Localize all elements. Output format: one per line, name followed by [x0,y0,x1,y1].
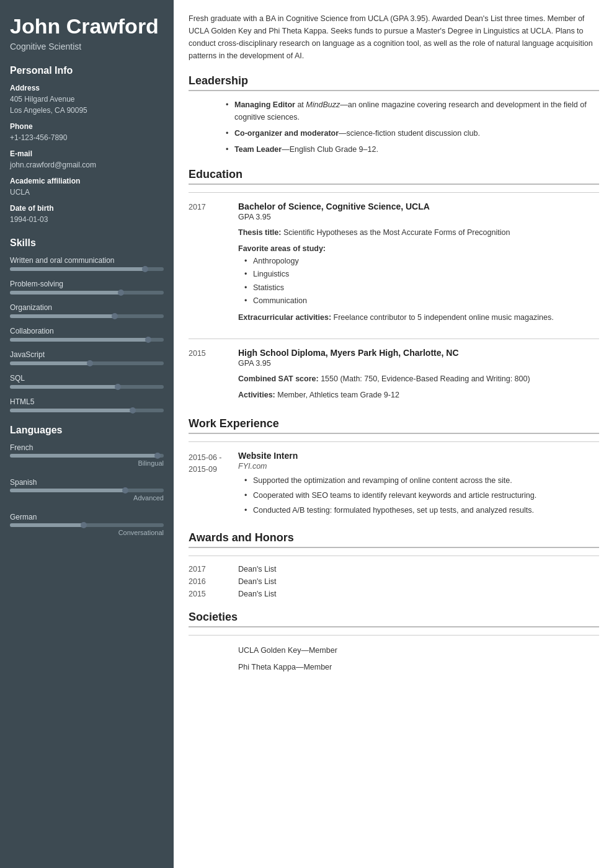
leadership-bold: Team Leader [234,145,282,154]
lang-name: German [10,513,164,521]
lang-spanish: Spanish Advanced [10,478,164,502]
lang-french: French Bilingual [10,443,164,467]
lang-bar-fill [10,523,84,527]
award-name: Dean's List [238,590,276,598]
edu-areas: Favorite areas of study: Anthropology Li… [238,242,599,308]
edu-degree: Bachelor of Science, Cognitive Science, … [238,202,599,211]
skill-written-oral: Written and oral communication [10,256,164,271]
skill-bar-fill [10,385,118,389]
edu-entry-2015: 2015 High School Diploma, Myers Park Hig… [189,348,599,405]
edu-thesis: Thesis title: Scientific Hypotheses as t… [238,226,599,239]
leadership-bold: Managing Editor [234,100,295,109]
award-name: Dean's List [238,577,276,586]
skill-bar-bg [10,314,164,318]
skill-sql: SQL [10,374,164,389]
skill-problem-solving: Problem-solving [10,280,164,294]
list-item: Cooperated with SEO teams to identify re… [244,489,599,502]
leadership-bold: Co-organizer and moderator [234,129,339,138]
skill-bar-bg [10,267,164,271]
leadership-list: Managing Editor at MindBuzz—an online ma… [189,99,599,156]
skill-bar-dot [142,266,148,272]
section-divider [189,192,599,193]
work-experience-section: Work Experience 2015-06 -2015-09 Website… [189,417,599,519]
skill-name: JavaScript [10,350,164,359]
society-indent [189,644,238,657]
edu-year: 2015 [189,348,238,405]
candidate-name: John Crawford [10,15,164,38]
section-divider [189,556,599,556]
award-year: 2017 [189,565,238,574]
phone-value: +1-123-456-7890 [10,132,164,143]
skill-name: Organization [10,303,164,312]
areas-label: Favorite areas of study: [238,244,326,253]
society-indent [189,661,238,674]
award-name: Dean's List [238,565,276,574]
skill-bar-fill [10,267,145,271]
award-year: 2015 [189,590,238,598]
work-title: Website Intern [238,451,599,461]
award-year: 2016 [189,577,238,586]
list-item: Communication [244,294,599,308]
section-divider [189,635,599,636]
list-item: Supported the optimization and revamping… [244,474,599,487]
skill-javascript: JavaScript [10,350,164,365]
list-item: Team Leader—English Club Grade 9–12. [226,143,599,156]
skill-name: SQL [10,374,164,383]
extra-label: Extracurricular activities: [238,313,331,322]
skill-name: HTML5 [10,397,164,406]
activities-label: Activities: [238,391,275,399]
lang-bar-bg [10,454,164,458]
skill-bar-dot [87,360,93,366]
societies-section: Societies UCLA Golden Key—Member Phi The… [189,611,599,675]
lang-name: French [10,443,164,452]
skill-bar-bg [10,409,164,412]
skills-section: Skills Written and oral communication Pr… [10,237,164,412]
summary-text: Fresh graduate with a BA in Cognitive Sc… [189,12,599,62]
skill-bar-fill [10,361,90,365]
skill-bar-fill [10,291,121,294]
edu-content: High School Diploma, Myers Park High, Ch… [238,348,599,405]
award-entry: 2016 Dean's List [189,577,599,586]
skill-bar-bg [10,291,164,294]
leadership-section: Leadership Managing Editor at MindBuzz—a… [189,74,599,156]
skill-bar-fill [10,409,133,412]
lang-bar-fill [10,489,125,492]
edu-degree: High School Diploma, Myers Park High, Ch… [238,348,599,358]
lang-bar-dot [154,453,161,459]
skill-bar-bg [10,385,164,389]
society-entry: UCLA Golden Key—Member [189,644,599,657]
lang-level: Bilingual [10,459,164,467]
list-item: Co-organizer and moderator—science-ficti… [226,127,599,140]
dob-label: Date of birth [10,204,164,213]
edu-year: 2017 [189,202,238,327]
section-divider [189,441,599,442]
edu-gpa: GPA 3.95 [238,213,599,221]
skill-name: Written and oral communication [10,256,164,265]
affiliation-value: UCLA [10,187,164,198]
edu-extra: Extracurricular activities: Freelance co… [238,311,599,324]
work-content: Website Intern FYI.com Supported the opt… [238,451,599,519]
address-label: Address [10,84,164,92]
skills-heading: Skills [10,237,164,249]
lang-bar-fill [10,454,158,458]
skill-name: Problem-solving [10,280,164,288]
awards-section: Awards and Honors 2017 Dean's List 2016 … [189,531,599,598]
main-content: Fresh graduate with a BA in Cognitive Sc… [174,0,614,868]
education-section: Education 2017 Bachelor of Science, Cogn… [189,168,599,405]
skill-bar-fill [10,314,115,318]
skill-html5: HTML5 [10,397,164,412]
lang-german: German Conversational [10,513,164,536]
skill-bar-dot [112,313,118,319]
work-heading: Work Experience [189,417,599,434]
skill-bar-bg [10,361,164,365]
lang-bar-bg [10,489,164,492]
lang-bar-dot [122,487,128,494]
email-value: john.crawford@gmail.com [10,159,164,170]
affiliation-label: Academic affiliation [10,177,164,185]
leadership-italic: MindBuzz [306,100,340,109]
awards-heading: Awards and Honors [189,531,599,548]
skill-bar-bg [10,338,164,342]
section-divider [189,339,599,339]
list-item: Anthropology [244,255,599,268]
list-item: Managing Editor at MindBuzz—an online ma… [226,99,599,123]
